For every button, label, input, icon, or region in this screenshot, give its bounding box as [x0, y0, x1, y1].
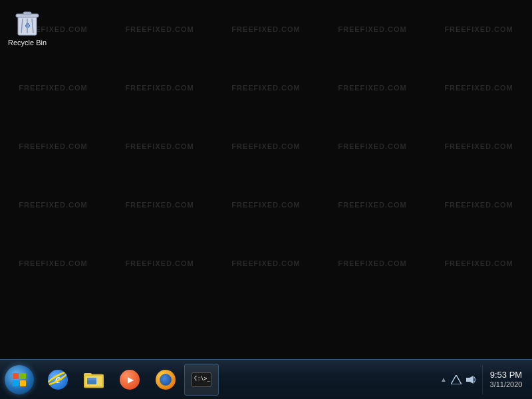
internet-explorer-icon: e	[48, 370, 68, 390]
svg-rect-8	[20, 373, 26, 379]
clock[interactable]: 9:53 PM 3/11/2020	[483, 360, 529, 399]
watermark: FREEFIXED.COM FREEFIXED.COM FREEFIXED.CO…	[0, 0, 532, 359]
firefox-icon	[156, 370, 176, 390]
cmd-button[interactable]: C:\>_	[184, 364, 219, 396]
start-button[interactable]	[1, 362, 37, 398]
volume-tray-icon[interactable]	[465, 374, 477, 386]
recycle-bin-icon[interactable]: ♻ Recycle Bin	[4, 5, 51, 50]
svg-marker-19	[469, 376, 473, 384]
taskbar-pinned-icons: e	[40, 360, 219, 399]
svg-rect-9	[13, 380, 19, 386]
svg-text:♻: ♻	[25, 22, 31, 29]
network-tray-icon[interactable]	[450, 374, 462, 386]
svg-rect-16	[87, 378, 96, 380]
svg-rect-10	[20, 380, 26, 386]
folder-icon	[84, 371, 104, 388]
firefox-button[interactable]	[148, 364, 183, 396]
clock-time: 9:53 PM	[490, 370, 522, 380]
windows-explorer-button[interactable]	[76, 364, 111, 396]
tray-expand-button[interactable]: ▲	[438, 376, 449, 383]
desktop: FREEFIXED.COM FREEFIXED.COM FREEFIXED.CO…	[0, 0, 532, 359]
media-player-icon	[120, 370, 140, 390]
recycle-bin-label: Recycle Bin	[8, 39, 47, 47]
svg-marker-17	[451, 375, 462, 384]
taskbar: e	[0, 359, 532, 399]
tray-icon-area: ▲	[434, 365, 483, 394]
system-tray: ▲ 9:53 PM 3/11/2020	[434, 360, 532, 399]
start-orb	[5, 365, 34, 394]
clock-date: 3/11/2020	[490, 380, 523, 389]
svg-rect-7	[13, 373, 19, 379]
svg-rect-2	[23, 12, 31, 15]
media-player-button[interactable]	[112, 364, 147, 396]
recycle-bin-image: ♻	[14, 8, 41, 37]
svg-rect-18	[466, 378, 469, 382]
internet-explorer-button[interactable]: e	[41, 364, 75, 396]
cmd-icon: C:\>_	[192, 372, 211, 387]
